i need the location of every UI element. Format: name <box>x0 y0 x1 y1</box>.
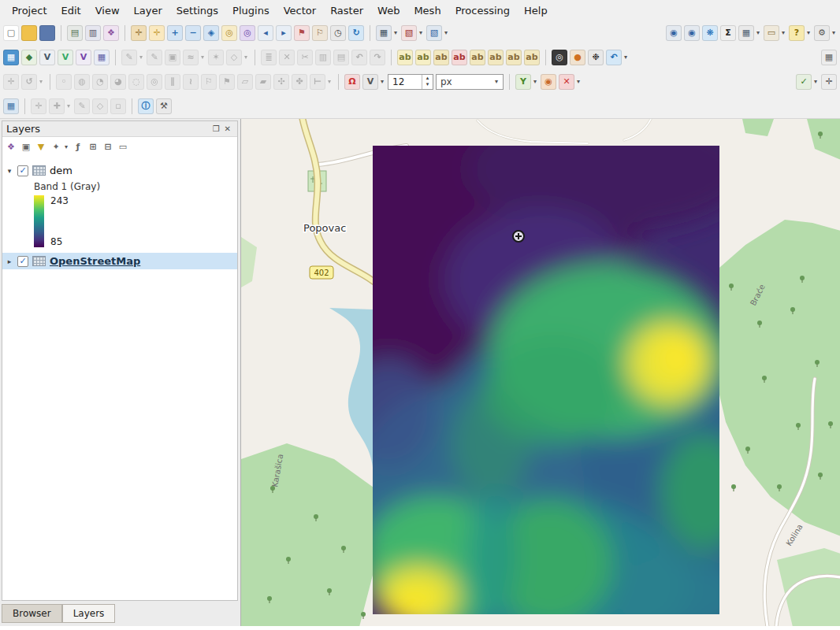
snapping-tolerance-spinbox-down-icon[interactable]: ▾ <box>426 82 429 88</box>
overview-panel-icon[interactable]: ▦▾ <box>738 25 761 41</box>
map-tools-settings-icon[interactable]: ⚒ <box>156 98 172 114</box>
add-part-icon[interactable]: ◔ <box>92 74 108 90</box>
style-manager-icon[interactable]: ❖ <box>103 25 119 41</box>
delete-selected-icon[interactable]: ✕ <box>279 50 295 65</box>
label-pin-icon[interactable]: ab <box>433 50 449 65</box>
new-spatialite-layer-icon[interactable]: V <box>58 50 73 65</box>
tab-browser[interactable]: Browser <box>2 604 62 623</box>
undo-icon[interactable]: ↶ <box>351 50 367 65</box>
merge-features-icon[interactable]: ▱ <box>237 74 253 90</box>
snapping-tolerance-spinbox-arrows[interactable]: ▴▾ <box>422 75 433 89</box>
self-snapping-icon-dropdown[interactable]: ▾ <box>575 78 582 85</box>
map-tips-icon-dropdown[interactable]: ▾ <box>805 29 812 36</box>
move-annotation-icon[interactable]: ✛ <box>31 98 46 114</box>
digitize-with-curve-icon-dropdown[interactable]: ▾ <box>199 54 206 61</box>
menu-edit[interactable]: Edit <box>54 2 87 19</box>
processing-toolbox-icon[interactable]: ❋ <box>702 25 718 41</box>
check-geometries-icon[interactable]: ✓▾ <box>796 74 819 90</box>
layer-checkbox-openstreetmap[interactable]: ✓ <box>17 256 28 267</box>
delete-ring-icon[interactable]: ◌ <box>128 74 144 90</box>
pan-map-icon[interactable]: ✛ <box>131 25 147 41</box>
new-geopackage-layer-icon[interactable]: ◆ <box>21 50 37 65</box>
new-map-view-icon[interactable]: ▦▾ <box>376 25 399 41</box>
overview-panel-icon-dropdown[interactable]: ▾ <box>755 29 761 36</box>
reshape-features-icon[interactable]: ≀ <box>183 74 199 90</box>
rotate-feature-icon-dropdown[interactable]: ▾ <box>38 78 44 85</box>
zoom-to-selection-icon[interactable]: ◎ <box>221 25 237 41</box>
offset-point-symbols-icon[interactable]: ✤ <box>292 74 307 90</box>
statistics-summary-icon[interactable]: Σ <box>720 25 736 41</box>
new-bookmark-icon[interactable]: ⚑ <box>294 25 310 41</box>
filter-legend-expression-icon[interactable]: ƒ <box>72 140 84 153</box>
label-show-hide-icon[interactable]: ab <box>470 50 485 65</box>
menu-help[interactable]: Help <box>517 2 555 19</box>
annotation-vertex-icon[interactable]: ◇ <box>92 98 108 114</box>
delete-annotation-icon[interactable]: ▫ <box>110 98 126 114</box>
delete-part-icon[interactable]: ◎ <box>147 74 162 90</box>
add-feature-icon[interactable]: ✶ <box>208 50 224 65</box>
zoom-to-layer-icon[interactable]: ◎ <box>240 25 255 41</box>
new-virtual-layer-icon[interactable]: V <box>76 50 91 65</box>
snapping-toggle-icon[interactable]: Ω <box>344 74 360 90</box>
label-properties-icon[interactable]: ab <box>524 50 540 65</box>
undo-view-icon[interactable]: ↶▾ <box>606 50 629 65</box>
snapping-mode-icon[interactable]: V▾ <box>362 74 385 90</box>
new-project-icon[interactable]: ▢ <box>3 25 19 41</box>
multiedit-attributes-icon[interactable]: ≣ <box>261 50 277 65</box>
collapse-caret-icon[interactable]: ▸ <box>6 258 13 265</box>
open-project-icon[interactable] <box>21 25 37 41</box>
layer-labeling-icon[interactable]: ab <box>397 50 413 65</box>
measure-icon-dropdown[interactable]: ▾ <box>780 29 786 36</box>
options-icon-dropdown[interactable]: ▾ <box>831 29 837 36</box>
redo-icon[interactable]: ↷ <box>370 50 385 65</box>
zoom-out-icon[interactable]: − <box>185 25 201 41</box>
elevation-profile-icon-dropdown[interactable]: ▾ <box>443 29 449 36</box>
simplify-feature-icon[interactable]: ◦ <box>56 74 72 90</box>
python-console-icon[interactable]: ● <box>570 50 585 65</box>
new-mesh-layer-icon[interactable]: ▦ <box>94 50 110 65</box>
layer-item-dem[interactable]: ▾ ✓ dem <box>2 162 237 179</box>
copy-features-icon[interactable]: ▥ <box>315 50 331 65</box>
tracing-icon[interactable]: Y▾ <box>515 74 538 90</box>
trim-extend-icon-dropdown[interactable]: ▾ <box>326 78 333 85</box>
label-unpin-icon[interactable]: ab <box>452 50 467 65</box>
digitize-with-curve-icon[interactable]: ≈▾ <box>183 50 206 65</box>
new-map-view-icon-dropdown[interactable]: ▾ <box>392 29 399 36</box>
manage-map-themes-icon[interactable]: ✦▾ <box>50 140 69 153</box>
expand-all-icon[interactable]: ⊞ <box>87 140 99 153</box>
map-tips-icon[interactable]: ?▾ <box>789 25 812 41</box>
pan-to-selected-icon[interactable]: ✛ <box>821 74 837 90</box>
filter-legend-icon[interactable]: ▼ <box>35 140 47 153</box>
animation-export-icon[interactable]: ◎ <box>552 50 567 65</box>
snapping-tolerance-spinbox[interactable]: 12▴▾ <box>388 74 433 90</box>
menu-raster[interactable]: Raster <box>323 2 370 19</box>
close-panel-icon[interactable]: ✕ <box>222 124 233 133</box>
add-annotation-icon-dropdown[interactable]: ▾ <box>65 102 72 109</box>
layer-item-openstreetmap[interactable]: ▸ ✓ OpenStreetMap <box>2 253 237 269</box>
open-layer-styling-icon[interactable]: ❖ <box>5 140 17 153</box>
current-edits-icon-dropdown[interactable]: ▾ <box>138 54 144 61</box>
undo-view-icon-dropdown[interactable]: ▾ <box>623 54 629 61</box>
add-annotation-icon[interactable]: ✚▾ <box>49 98 72 114</box>
snapping-mode-icon-dropdown[interactable]: ▾ <box>379 78 385 85</box>
label-move-icon[interactable]: ab <box>488 50 504 65</box>
zoom-in-icon[interactable]: + <box>167 25 183 41</box>
offset-curve-icon[interactable]: ∥ <box>165 74 180 90</box>
split-features-icon[interactable]: ⚑ <box>219 74 235 90</box>
elevation-profile-icon[interactable]: ▧▾ <box>426 25 449 41</box>
menu-layer[interactable]: Layer <box>127 2 169 19</box>
identify-features-icon[interactable]: ⓘ <box>138 98 154 114</box>
add-group-icon[interactable]: ▣ <box>20 140 32 153</box>
merge-attributes-icon[interactable]: ▰ <box>255 74 271 90</box>
trim-extend-icon[interactable]: ⊢▾ <box>310 74 333 90</box>
collapse-all-icon[interactable]: ⊟ <box>102 140 114 153</box>
manage-map-themes-icon-dropdown[interactable]: ▾ <box>63 143 69 150</box>
data-source-manager-icon[interactable]: ▦ <box>3 50 19 65</box>
label-rotate-icon[interactable]: ab <box>506 50 522 65</box>
modify-annotation-icon[interactable]: ✎ <box>74 98 90 114</box>
metasearch-icon[interactable]: ◉ <box>684 25 700 41</box>
save-project-icon[interactable] <box>39 25 55 41</box>
new-shapefile-layer-icon[interactable]: V <box>39 50 55 65</box>
new-3d-map-view-icon-dropdown[interactable]: ▾ <box>418 29 424 36</box>
menu-web[interactable]: Web <box>370 2 407 19</box>
